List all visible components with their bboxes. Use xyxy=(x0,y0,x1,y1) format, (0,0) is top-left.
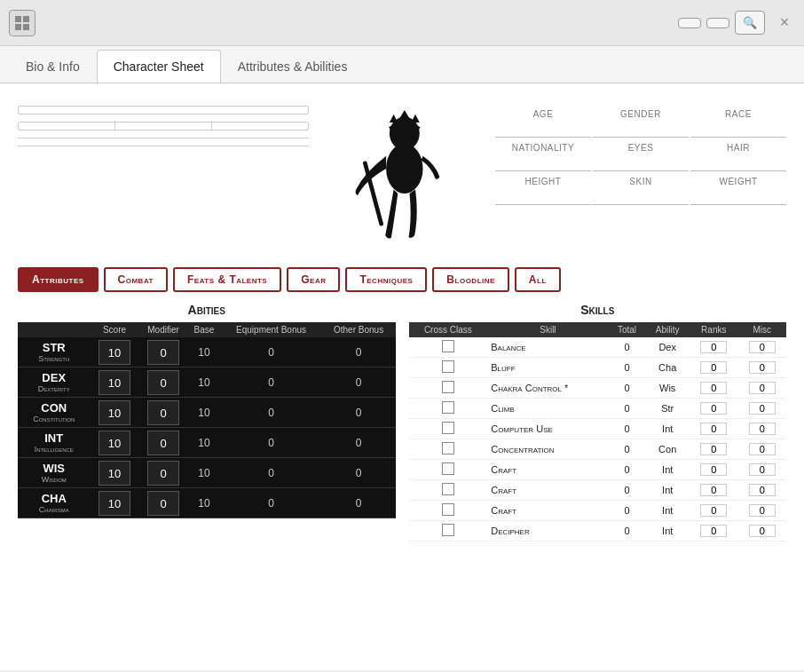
ranks-input-6[interactable] xyxy=(700,463,727,476)
misc-input-8[interactable] xyxy=(749,504,776,517)
misc-input-3[interactable] xyxy=(749,402,776,415)
filter-attributes[interactable]: Attributes xyxy=(18,267,99,292)
modifier-cha: 0 xyxy=(139,488,188,518)
skill-row: Bluff 0 Cha xyxy=(409,358,787,378)
ranks-input-3[interactable] xyxy=(700,402,727,415)
skill-name-8: Craft xyxy=(487,501,608,521)
skill-ranks-0 xyxy=(690,337,737,358)
skill-ranks-5 xyxy=(690,439,737,460)
skill-ability-1: Cha xyxy=(645,358,690,378)
attr-name-dex: DEX Dexterity xyxy=(18,368,90,398)
skill-total-2: 0 xyxy=(609,378,646,399)
skill-ability-8: Int xyxy=(645,501,690,521)
tab-bar: Bio & Info Character Sheet Attributes & … xyxy=(0,46,804,83)
eyes-field: Eyes xyxy=(593,139,689,171)
modifier-dex: 0 xyxy=(139,368,188,398)
col-cross-class: Cross Class xyxy=(409,322,488,337)
attr-name-con: CON Constitution xyxy=(18,398,90,428)
silhouette-svg xyxy=(344,110,460,252)
equip-bonus-int: 0 xyxy=(220,428,321,458)
skill-name-1: Bluff xyxy=(487,358,608,378)
filter-feats-talents[interactable]: Feats & Talents xyxy=(173,267,281,292)
edit-button[interactable] xyxy=(706,18,729,28)
divider-2 xyxy=(18,146,309,146)
ranks-input-9[interactable] xyxy=(700,525,727,537)
filter-gear[interactable]: Gear xyxy=(287,267,340,292)
gender-field: Gender xyxy=(593,106,689,138)
misc-input-5[interactable] xyxy=(749,443,776,455)
search-button[interactable]: 🔍 xyxy=(735,11,765,35)
tab-bio-info[interactable]: Bio & Info xyxy=(9,50,97,83)
skill-row: Balance 0 Dex xyxy=(409,337,787,358)
col-score: Score xyxy=(90,322,138,337)
other-bonus-dex: 0 xyxy=(322,368,396,398)
base-cha: 10 xyxy=(188,488,221,518)
svg-point-8 xyxy=(386,144,422,194)
col-base: Base xyxy=(188,322,221,337)
tab-attributes-abilities[interactable]: Attributes & Abilities xyxy=(221,50,365,83)
skill-misc-1 xyxy=(738,358,787,378)
other-bonus-wis: 0 xyxy=(322,458,396,488)
misc-input-2[interactable] xyxy=(749,382,776,394)
svg-marker-7 xyxy=(411,115,419,123)
ability-row-cha: CHA Charisma 10 0 10 0 0 xyxy=(18,488,396,518)
equip-bonus-con: 0 xyxy=(220,398,321,428)
modifier-str: 0 xyxy=(139,337,188,368)
tab-character-sheet[interactable]: Character Sheet xyxy=(97,50,221,83)
weight-field: Weight xyxy=(690,173,786,205)
divider-1 xyxy=(18,138,309,138)
ranks-input-0[interactable] xyxy=(700,341,727,353)
skills-table: Cross Class Skill Total Ability Ranks Mi… xyxy=(409,322,787,542)
skill-row: Craft 0 Int xyxy=(409,460,787,480)
svg-rect-0 xyxy=(15,16,21,22)
char-level-label xyxy=(115,123,212,130)
skill-ranks-1 xyxy=(690,358,737,378)
misc-input-4[interactable] xyxy=(749,423,776,435)
filter-techniques[interactable]: Techniques xyxy=(345,267,427,292)
skill-misc-4 xyxy=(738,419,787,439)
hair-field: Hair xyxy=(690,139,786,171)
col-skill-name: Skill xyxy=(487,322,608,337)
bio-grid: Age Gender Race Nationality Eyes Hair He… xyxy=(495,106,786,205)
skill-ranks-9 xyxy=(690,521,737,542)
misc-input-6[interactable] xyxy=(749,463,776,476)
misc-input-9[interactable] xyxy=(749,525,776,537)
skill-misc-2 xyxy=(738,378,787,399)
ranks-input-4[interactable] xyxy=(700,423,727,435)
skills-section: Skills Cross Class Skill Total Ability R… xyxy=(409,303,787,542)
cross-class-checkbox-8 xyxy=(409,501,488,521)
filter-bloodline[interactable]: Bloodline xyxy=(432,267,509,292)
skill-misc-7 xyxy=(738,480,787,501)
challenge-rating-label xyxy=(212,123,308,130)
abilities-section: Abities Score Modifier Base Equipment Bo… xyxy=(18,303,396,542)
score-dex: 10 xyxy=(90,368,138,398)
col-ranks: Ranks xyxy=(690,322,737,337)
skills-title: Skills xyxy=(409,303,787,317)
ability-row-int: INT Intelligence 10 0 10 0 0 xyxy=(18,428,396,458)
close-button[interactable]: × xyxy=(774,12,795,34)
skill-misc-9 xyxy=(738,521,787,542)
filter-all[interactable]: All xyxy=(515,267,561,292)
misc-input-1[interactable] xyxy=(749,361,776,374)
character-silhouette xyxy=(331,106,473,257)
base-wis: 10 xyxy=(188,458,221,488)
skin-field: Skin xyxy=(593,173,689,205)
ranks-input-7[interactable] xyxy=(700,484,727,496)
ranks-input-1[interactable] xyxy=(700,361,727,374)
misc-input-7[interactable] xyxy=(749,484,776,496)
skill-row: Decipher 0 Int xyxy=(409,521,787,542)
skill-row: Climb 0 Str xyxy=(409,399,787,419)
filter-combat[interactable]: Combat xyxy=(104,267,168,292)
show-to-players-button[interactable] xyxy=(678,18,701,28)
skill-misc-0 xyxy=(738,337,787,358)
skill-ranks-6 xyxy=(690,460,737,480)
cross-class-checkbox-3 xyxy=(409,399,488,419)
abilities-header-row: Score Modifier Base Equipment Bonus Othe… xyxy=(18,322,396,337)
ranks-input-5[interactable] xyxy=(700,443,727,455)
ranks-input-8[interactable] xyxy=(700,504,727,517)
svg-marker-6 xyxy=(399,110,409,118)
misc-input-0[interactable] xyxy=(749,341,776,353)
level-cell xyxy=(19,107,308,114)
score-str: 10 xyxy=(90,337,138,368)
ranks-input-2[interactable] xyxy=(700,382,727,394)
